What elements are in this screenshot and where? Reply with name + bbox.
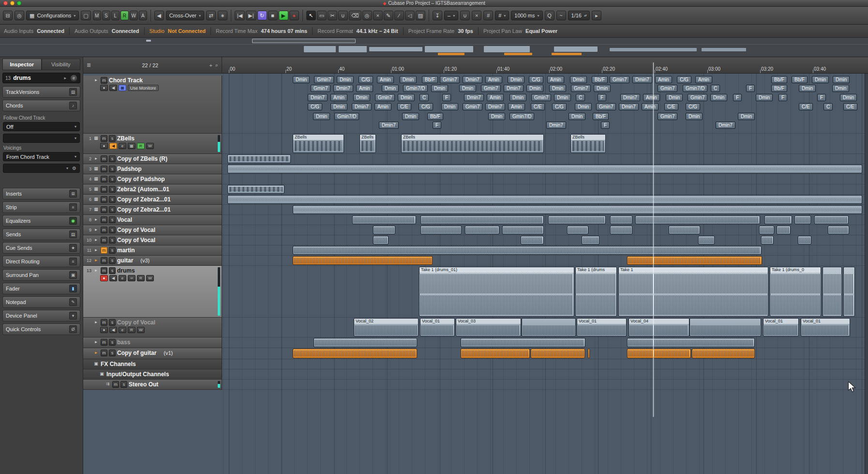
chord-event[interactable]: C/E — [531, 103, 545, 110]
mute-button[interactable]: m — [101, 196, 107, 203]
event-copy-vocal-1[interactable] — [465, 226, 499, 234]
chord-event[interactable]: Dmin — [293, 76, 310, 83]
chord-event[interactable]: C/E — [664, 103, 678, 110]
chord-event[interactable]: Amin — [487, 94, 504, 101]
write-automation-button[interactable]: W — [137, 327, 145, 333]
inspector-section-strip[interactable]: Strip≡ — [2, 201, 80, 213]
range-selection-tool[interactable]: ▭ — [317, 11, 327, 20]
read-automation-button[interactable]: R — [137, 143, 145, 149]
track-list-settings-icon[interactable]: ≣ — [87, 62, 91, 68]
event-vocal-03[interactable]: Vocal_03 — [456, 318, 521, 336]
chord-event[interactable]: Amin — [547, 76, 564, 83]
window-zones-button[interactable]: ▢ — [81, 11, 90, 20]
chord-event[interactable]: Dmin — [400, 76, 417, 83]
event-copy-vocal-2[interactable] — [698, 236, 715, 245]
grid-type-select[interactable]: #▾ — [495, 11, 509, 20]
wave-quantize-button[interactable]: ~ — [556, 11, 566, 20]
tab-inspector[interactable]: Inspector — [2, 59, 42, 70]
zoom-tool[interactable]: ◎ — [362, 11, 372, 20]
event-copy-vocal-1[interactable] — [610, 226, 632, 234]
record-enable-button[interactable]: ● — [100, 275, 108, 281]
chord-event[interactable]: C — [419, 94, 429, 101]
event-martin[interactable] — [293, 246, 762, 255]
chord-event[interactable]: C/G — [529, 76, 543, 83]
chord-event[interactable]: F — [778, 94, 787, 101]
mute-button[interactable]: m — [101, 206, 107, 213]
snap-type-select[interactable]: –▾ — [444, 11, 458, 20]
automation-w-button[interactable]: W — [130, 11, 138, 20]
track-row-copy-zebra2-1[interactable]: 6▦msCopy of Zebra2...01 — [83, 195, 222, 205]
solo-button[interactable]: s — [109, 227, 116, 233]
edit-channel-button[interactable]: e — [119, 327, 126, 333]
chord-event[interactable]: Dmin — [840, 94, 857, 101]
event-copy-guitar[interactable] — [531, 349, 585, 358]
glue-tool[interactable]: ∪ — [338, 11, 348, 20]
mute-button[interactable]: m — [101, 135, 107, 142]
solo-button[interactable]: s — [109, 350, 116, 356]
event-copy-guitar[interactable] — [627, 349, 691, 358]
chord-event[interactable]: Dmin — [738, 113, 755, 120]
chord-event[interactable]: C/G — [552, 103, 567, 110]
event-vocal-01[interactable]: Vocal_01 — [577, 318, 627, 336]
quantize-ms-select[interactable]: 1000 ms▾ — [511, 11, 542, 20]
event-zbells[interactable]: ZBells — [359, 134, 376, 153]
event-copy-vocal-1[interactable] — [420, 226, 462, 234]
chord-event[interactable]: F — [433, 122, 441, 129]
event-vocal[interactable] — [420, 215, 544, 224]
event-copy-vocal-1[interactable] — [502, 226, 544, 234]
steering-wheel-button[interactable]: ◎ — [15, 11, 24, 20]
mute-button[interactable]: m — [101, 237, 107, 244]
track-search-button[interactable]: ⌕ — [215, 62, 218, 68]
event-copy-guitar[interactable] — [692, 349, 755, 358]
chord-event[interactable]: Dmin7 — [464, 94, 484, 101]
monitor-button[interactable]: ◀ — [109, 275, 117, 281]
write-automation-button[interactable]: W — [146, 143, 154, 149]
track-row-fx-channels[interactable]: ▣FX Channels — [83, 359, 222, 369]
mute-tool[interactable]: × — [373, 11, 383, 20]
record-enable-button[interactable]: ● — [100, 85, 108, 91]
mute-button[interactable]: m — [112, 381, 119, 388]
chord-event[interactable]: Amin — [695, 76, 712, 83]
event-copy-zebra2-1[interactable] — [227, 195, 862, 204]
track-row-copy-padshop[interactable]: 4▦msCopy of Padshop — [83, 174, 222, 184]
event-display[interactable]: 00204001:0001:2001:4002:0002:2002:4003:0… — [222, 57, 868, 474]
chord-event[interactable]: Dmin — [594, 85, 611, 92]
minimize-button[interactable] — [10, 1, 15, 5]
chord-event[interactable]: Dmin — [459, 85, 476, 92]
chord-event[interactable]: Dmin — [686, 113, 703, 120]
chord-event[interactable]: Dmin — [833, 76, 850, 83]
solo-button[interactable]: s — [109, 135, 116, 142]
chord-event[interactable]: F — [746, 85, 755, 92]
track-row-stereo-out[interactable]: ⇉msStereo Out — [83, 380, 222, 390]
chord-event[interactable]: Dmin7 — [379, 122, 399, 129]
play-button[interactable]: ▶ — [279, 11, 288, 20]
chord-event[interactable]: F — [442, 94, 451, 101]
inspector-section-quick-controls[interactable]: Quick ControlsØ — [2, 323, 80, 335]
event-drums[interactable] — [843, 267, 855, 317]
chord-event[interactable]: Bb/F — [792, 76, 808, 83]
stop-button[interactable]: ■ — [268, 11, 278, 20]
automation-a-button[interactable]: A — [139, 11, 147, 20]
solo-button[interactable]: s — [109, 319, 116, 326]
chord-event[interactable]: Gmin7/D — [403, 85, 428, 92]
mute-button[interactable]: m — [101, 267, 107, 274]
voicings-select[interactable]: From Chord Track▾ — [3, 152, 80, 161]
chord-event[interactable]: F — [817, 94, 826, 101]
cycle-button[interactable]: ↻ — [257, 11, 267, 20]
event-vocal[interactable] — [764, 215, 792, 224]
event-guitar[interactable] — [627, 256, 762, 265]
event-vocal-01[interactable]: Vocal_01 — [420, 318, 455, 336]
chord-event[interactable]: F — [733, 94, 742, 101]
chord-event[interactable]: Dmin7 — [485, 103, 505, 110]
chord-event[interactable]: Dmin7 — [333, 85, 353, 92]
chord-event[interactable]: Dmin — [526, 85, 543, 92]
chord-event[interactable]: Bb/F — [771, 85, 787, 92]
event-copy-zbells[interactable] — [227, 154, 291, 163]
chord-event[interactable]: Bb/F — [427, 113, 443, 120]
event-take-1-drums[interactable]: Take 1 (drums — [575, 267, 617, 317]
chord-event[interactable]: Dmin7 — [463, 76, 482, 83]
mute-button[interactable]: m — [101, 155, 107, 162]
solo-button[interactable]: s — [109, 339, 116, 346]
chord-event[interactable]: Dmin — [398, 94, 415, 101]
monitor-button[interactable]: ◀ — [109, 327, 117, 333]
